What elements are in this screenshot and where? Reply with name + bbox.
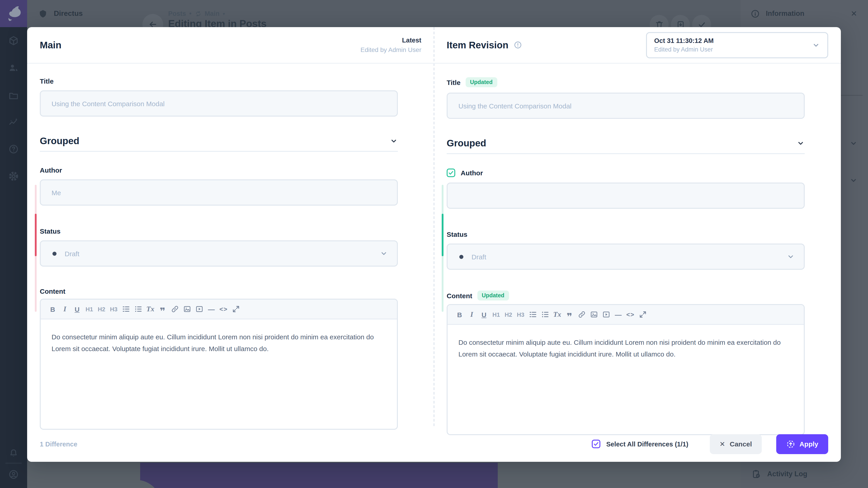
chevron-down-icon <box>812 41 820 49</box>
breadcrumb-version[interactable]: Main <box>205 10 219 17</box>
italic-button[interactable]: I <box>466 308 478 321</box>
author-diff-accent-bar <box>442 214 443 256</box>
modal-footer: 1 Difference Select All Differences (1/1… <box>27 426 841 462</box>
author-diff-checkbox[interactable] <box>447 168 455 177</box>
activity-log-button[interactable]: Activity Log <box>751 469 807 479</box>
main-panel-title: Main <box>40 39 61 51</box>
version-label: Latest <box>361 36 421 45</box>
image-button[interactable] <box>588 308 600 321</box>
author-field-label: Author <box>40 166 62 174</box>
directus-logo[interactable] <box>0 0 27 27</box>
chevron-down-icon[interactable] <box>390 137 398 145</box>
sidebar-item-settings[interactable] <box>8 171 19 182</box>
ordered-list-button[interactable] <box>527 308 539 321</box>
fullscreen-button[interactable] <box>230 302 242 316</box>
chevron-down-icon <box>380 250 388 258</box>
group-header[interactable]: Grouped <box>447 138 805 149</box>
clear-format-button[interactable]: Tx <box>551 308 563 321</box>
help-icon <box>8 144 19 155</box>
author-input[interactable] <box>40 180 398 205</box>
apply-button[interactable]: Apply <box>776 434 828 454</box>
gear-icon <box>8 171 19 182</box>
horizontal-rule-button[interactable]: — <box>205 302 217 316</box>
h1-button[interactable]: H1 <box>490 308 502 321</box>
user-menu-button[interactable] <box>8 469 19 480</box>
status-select[interactable]: Draft <box>40 240 398 267</box>
difference-count: 1 Difference <box>40 440 77 448</box>
author-input[interactable] <box>447 183 805 209</box>
bold-button[interactable]: B <box>46 302 59 316</box>
clear-format-button[interactable]: Tx <box>144 302 156 316</box>
info-panel-title: Information <box>766 9 845 18</box>
status-field-label: Status <box>40 227 61 235</box>
check-icon <box>448 170 454 176</box>
revision-panel: Item Revision Oct 31 11:30:12 AM Edited … <box>434 27 841 426</box>
revision-timestamp: Oct 31 11:30:12 AM <box>654 36 812 45</box>
rail-accordion-chevron-icon[interactable] <box>849 176 858 185</box>
revision-panel-title: Item Revision <box>447 39 508 51</box>
h3-button[interactable]: H3 <box>515 308 527 321</box>
sidebar-item-insights[interactable] <box>8 117 19 127</box>
h2-button[interactable]: H2 <box>95 302 107 316</box>
content-text[interactable]: Do consectetur minim aliquip aute eu. Ci… <box>447 325 804 360</box>
check-icon <box>593 441 599 447</box>
underline-button[interactable]: U <box>478 308 490 321</box>
group-header[interactable]: Grouped <box>40 135 398 147</box>
status-select[interactable]: Draft <box>447 243 805 270</box>
video-button[interactable] <box>193 302 205 316</box>
info-panel-header[interactable]: Information ✕ <box>741 0 868 27</box>
project-shield-icon <box>38 8 48 19</box>
chevron-down-icon[interactable] <box>797 139 805 147</box>
select-all-checkbox[interactable] <box>592 440 600 448</box>
chevron-down-icon <box>786 253 795 261</box>
project-chip[interactable]: Directus <box>38 0 83 27</box>
content-text[interactable]: Do consectetur minim aliquip aute eu. Ci… <box>41 320 397 354</box>
revision-selector[interactable]: Oct 31 11:30:12 AM Edited by Admin User <box>646 32 828 58</box>
underline-button[interactable]: U <box>71 302 83 316</box>
code-button[interactable]: <> <box>624 308 637 321</box>
users-icon <box>8 62 19 73</box>
bullet-list-button[interactable] <box>539 308 551 321</box>
horizontal-rule-button[interactable]: — <box>612 308 624 321</box>
notifications-button[interactable] <box>8 448 19 459</box>
updated-badge: Updated <box>477 291 509 300</box>
title-input[interactable] <box>40 90 398 117</box>
sidebar-item-content[interactable] <box>8 35 19 46</box>
activity-log-label: Activity Log <box>767 470 807 478</box>
italic-button[interactable]: I <box>59 302 71 316</box>
sidebar-item-help[interactable] <box>8 144 19 155</box>
sidebar-item-users[interactable] <box>8 62 19 73</box>
updated-badge: Updated <box>465 77 497 87</box>
status-field-label: Status <box>447 230 467 238</box>
link-button[interactable] <box>168 302 181 316</box>
code-button[interactable]: <> <box>217 302 230 316</box>
breadcrumb[interactable]: Posts • Main ▾ <box>168 10 225 17</box>
cancel-button[interactable]: ✕ Cancel <box>710 434 762 454</box>
image-button[interactable] <box>181 302 193 316</box>
breadcrumb-collection[interactable]: Posts <box>168 10 186 17</box>
rail-accordion-chevron-icon[interactable] <box>849 139 858 148</box>
blockquote-button[interactable]: ❞ <box>156 302 168 316</box>
blockquote-button[interactable]: ❞ <box>563 308 576 321</box>
sidebar-item-files[interactable] <box>8 90 19 101</box>
bold-button[interactable]: B <box>454 308 466 321</box>
title-input[interactable] <box>447 93 805 119</box>
insights-icon <box>8 117 19 127</box>
h3-button[interactable]: H3 <box>107 302 120 316</box>
link-button[interactable] <box>576 308 588 321</box>
h2-button[interactable]: H2 <box>502 308 515 321</box>
bullet-list-button[interactable] <box>132 302 144 316</box>
h1-button[interactable]: H1 <box>83 302 95 316</box>
close-sidebar-icon[interactable]: ✕ <box>851 9 857 18</box>
video-button[interactable] <box>600 308 612 321</box>
content-editor: B I U H1 H2 H3 Tx ❞ — <> <box>447 304 805 435</box>
bell-icon <box>8 448 19 459</box>
status-value: Draft <box>471 253 486 260</box>
post-hero-image <box>140 463 498 488</box>
apply-label: Apply <box>800 440 818 448</box>
cube-icon <box>8 35 19 46</box>
fullscreen-button[interactable] <box>637 308 649 321</box>
revision-info-icon[interactable] <box>513 41 522 49</box>
ordered-list-button[interactable] <box>120 302 132 316</box>
version-sync-icon <box>195 10 202 17</box>
